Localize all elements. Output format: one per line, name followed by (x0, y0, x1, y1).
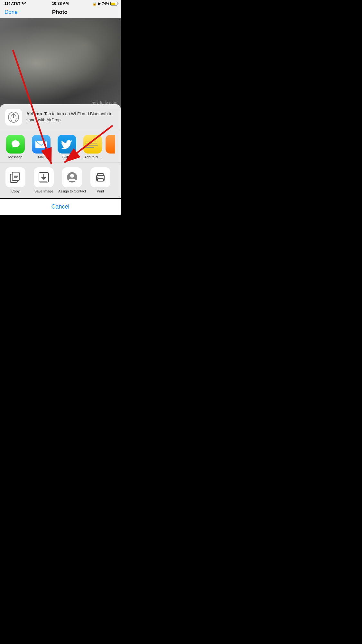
app-item-twitter[interactable]: Twitter (54, 135, 80, 159)
action-item-print[interactable]: Print (86, 167, 115, 193)
assign-contact-action-label: Assign to Contact (58, 189, 86, 193)
apps-row: Message Mail Twitter (0, 130, 121, 163)
action-item-assign-contact[interactable]: Assign to Contact (58, 167, 86, 193)
twitter-app-icon (58, 135, 76, 154)
notes-line-4 (85, 147, 94, 148)
message-app-icon (6, 135, 25, 154)
app-item-message[interactable]: Message (3, 135, 28, 159)
notes-line-1 (85, 142, 98, 142)
battery-percent: 74% (102, 2, 109, 5)
notes-line-2 (85, 144, 97, 144)
app-item-notes[interactable]: Add to N... (80, 135, 106, 159)
share-sheet: AirDrop. Tap to turn on Wi-Fi and Blueto… (0, 104, 121, 198)
photo-area: osxdaily.com (0, 18, 121, 108)
carrier-label: -114 AT&T (3, 2, 20, 5)
svg-point-17 (97, 177, 98, 178)
mail-app-label: Mail (38, 155, 44, 159)
action-item-copy[interactable]: Copy (1, 167, 30, 193)
notes-app-icon (83, 135, 102, 154)
status-time: 10:38 AM (52, 1, 69, 6)
location-icon: ▶ (98, 2, 101, 6)
airdrop-bold: AirDrop (26, 111, 42, 116)
svg-rect-16 (97, 179, 103, 181)
airdrop-row[interactable]: AirDrop. Tap to turn on Wi-Fi and Blueto… (0, 104, 121, 130)
app-item-partial (106, 135, 115, 154)
assign-contact-action-icon (62, 167, 82, 187)
airdrop-icon (5, 109, 22, 126)
print-action-label: Print (97, 189, 104, 193)
airdrop-description: AirDrop. Tap to turn on Wi-Fi and Blueto… (26, 111, 116, 123)
save-image-action-label: Save Image (34, 189, 53, 193)
notes-lines (83, 139, 102, 149)
notes-line-3 (85, 145, 98, 146)
copy-action-icon (5, 167, 25, 187)
action-item-save-image[interactable]: Save Image (30, 167, 58, 193)
status-bar: -114 AT&T 10:38 AM 🔒 ▶ 74% (0, 0, 121, 6)
status-left: -114 AT&T (3, 2, 26, 6)
battery-icon (110, 2, 117, 5)
nav-bar: Done Photo (0, 6, 121, 18)
partial-app-icon (106, 135, 115, 154)
message-app-label: Message (8, 155, 23, 159)
cancel-button[interactable]: Cancel (0, 199, 121, 215)
notes-app-label: Add to N... (84, 155, 101, 159)
app-item-mail[interactable]: Mail (28, 135, 54, 159)
print-action-icon (90, 167, 110, 187)
photo-background (0, 18, 121, 108)
copy-action-label: Copy (11, 189, 20, 193)
twitter-app-label: Twitter (62, 155, 72, 159)
lock-icon: 🔒 (92, 2, 97, 6)
wifi-icon (22, 2, 26, 6)
page-title: Photo (52, 9, 68, 15)
save-image-action-icon (34, 167, 54, 187)
actions-row: Copy Save Image (0, 163, 121, 197)
svg-point-13 (70, 174, 74, 178)
mail-app-icon (32, 135, 51, 154)
status-right: 🔒 ▶ 74% (92, 2, 117, 6)
done-button[interactable]: Done (5, 9, 18, 15)
